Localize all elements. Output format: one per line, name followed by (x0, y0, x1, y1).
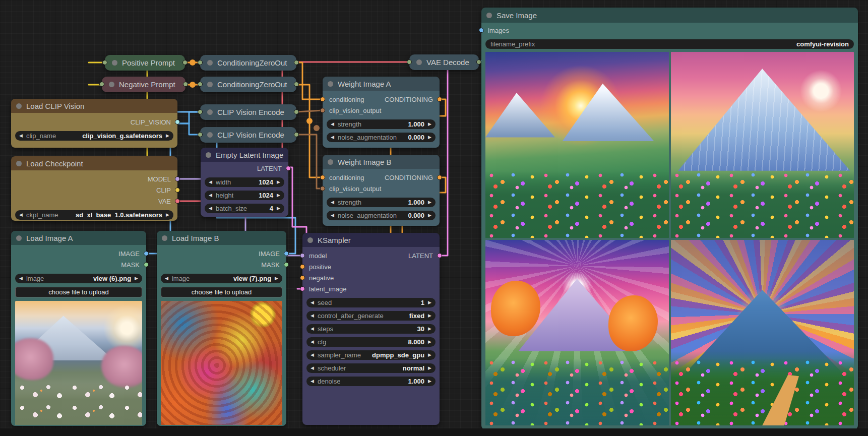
widget-cfg[interactable]: ◀ cfg 8.000 ▶ (306, 337, 436, 347)
node-save-image[interactable]: Save Image images filename_prefix comfyu… (481, 8, 858, 429)
node-title-bar[interactable]: KSampler (302, 233, 440, 247)
collapse-dot-icon[interactable] (112, 60, 117, 66)
output-slot-clip[interactable] (175, 188, 180, 193)
node-load-checkpoint[interactable]: Load Checkpoint MODEL CLIP VAE ◀ ckpt_na… (11, 156, 177, 221)
collapse-dot-icon[interactable] (16, 103, 22, 109)
increment-icon[interactable]: ▶ (428, 340, 431, 344)
widget-noise-augmentation[interactable]: ◀ noise_augmentation 0.000 ▶ (327, 211, 436, 220)
node-clip-vision-encode-2[interactable]: CLIP Vision Encode (200, 127, 296, 143)
output-slot-image[interactable] (284, 251, 289, 256)
output-slot-latent[interactable] (286, 166, 291, 171)
widget-strength[interactable]: ◀ strength 1.000 ▶ (327, 119, 436, 129)
widget-ckpt-name[interactable]: ◀ ckpt_name sd_xl_base_1.0.safetensors ▶ (15, 210, 173, 220)
node-weight-image-b[interactable]: Weight Image B conditioning CONDITIONING… (323, 155, 440, 226)
collapse-dot-icon[interactable] (328, 159, 333, 165)
node-title-bar[interactable]: Save Image (481, 8, 858, 23)
collapsed-input-slot[interactable] (407, 59, 412, 65)
collapsed-output-slot[interactable] (476, 59, 481, 65)
next-option-icon[interactable]: ▶ (428, 314, 431, 318)
input-slot-images[interactable] (479, 28, 484, 33)
decrement-icon[interactable]: ◀ (311, 379, 314, 384)
image-preview[interactable] (161, 301, 282, 425)
output-slot-image[interactable] (144, 251, 149, 256)
increment-icon[interactable]: ▶ (428, 122, 431, 127)
collapsed-output-slot[interactable] (183, 82, 188, 87)
prev-option-icon[interactable]: ◀ (311, 366, 314, 370)
node-title-bar[interactable]: Weight Image A (323, 77, 440, 91)
next-option-icon[interactable]: ▶ (166, 213, 169, 217)
next-option-icon[interactable]: ▶ (428, 366, 431, 370)
node-title-bar[interactable]: Empty Latent Image (201, 148, 288, 162)
output-slot-model[interactable] (175, 176, 180, 181)
prev-option-icon[interactable]: ◀ (19, 134, 23, 138)
decrement-icon[interactable]: ◀ (331, 213, 334, 218)
collapse-dot-icon[interactable] (307, 237, 313, 243)
widget-seed[interactable]: ◀ seed 1 ▶ (306, 298, 436, 307)
node-title-bar[interactable]: Load CLIP Vision (11, 99, 177, 113)
collapsed-input-slot[interactable] (102, 60, 107, 65)
widget-height[interactable]: ◀ height 1024 ▶ (205, 191, 284, 200)
collapse-dot-icon[interactable] (207, 60, 213, 66)
widget-steps[interactable]: ◀ steps 30 ▶ (306, 324, 436, 334)
collapsed-input-slot[interactable] (198, 82, 203, 87)
collapse-dot-icon[interactable] (416, 59, 422, 65)
collapse-dot-icon[interactable] (162, 235, 167, 241)
output-slot-conditioning[interactable] (437, 175, 442, 180)
collapse-dot-icon[interactable] (16, 161, 22, 166)
next-option-icon[interactable]: ▶ (166, 134, 169, 138)
output-image-2[interactable] (671, 52, 854, 238)
collapse-dot-icon[interactable] (16, 235, 22, 241)
wire-clipvision-1[interactable] (177, 112, 201, 123)
collapse-dot-icon[interactable] (109, 82, 114, 87)
collapsed-output-slot[interactable] (294, 82, 299, 87)
output-image-4[interactable] (671, 240, 854, 426)
increment-icon[interactable]: ▶ (428, 200, 431, 205)
increment-icon[interactable]: ▶ (428, 300, 431, 305)
prev-option-icon[interactable]: ◀ (165, 276, 168, 281)
collapsed-output-slot[interactable] (294, 132, 299, 137)
input-slot-negative[interactable] (300, 275, 305, 280)
collapse-dot-icon[interactable] (207, 132, 213, 138)
next-option-icon[interactable]: ▶ (275, 276, 278, 281)
decrement-icon[interactable]: ◀ (331, 135, 334, 140)
output-slot-mask[interactable] (144, 262, 149, 267)
output-image-3[interactable] (485, 240, 669, 426)
choose-file-button[interactable]: choose file to upload (15, 287, 142, 297)
node-title-bar[interactable]: Weight Image B (323, 155, 440, 169)
input-slot-latent-image[interactable] (300, 286, 305, 291)
decrement-icon[interactable]: ◀ (209, 193, 212, 198)
collapsed-input-slot[interactable] (198, 132, 203, 137)
node-title-bar[interactable]: Load Image A (11, 231, 146, 245)
input-slot-clip-vision-output[interactable] (320, 108, 325, 113)
wire-latent-in[interactable] (288, 167, 306, 234)
collapsed-input-slot[interactable] (198, 109, 203, 114)
node-clip-vision-encode-1[interactable]: CLIP Vision Encode (200, 104, 296, 120)
widget-noise-augmentation[interactable]: ◀ noise_augmentation 0.000 ▶ (327, 133, 436, 142)
increment-icon[interactable]: ▶ (428, 213, 431, 218)
increment-icon[interactable]: ▶ (428, 135, 431, 140)
choose-file-button[interactable]: choose file to upload (161, 287, 282, 297)
node-empty-latent-image[interactable]: Empty Latent Image LATENT ◀ width 1024 ▶… (201, 148, 288, 217)
decrement-icon[interactable]: ◀ (209, 206, 212, 211)
input-slot-conditioning[interactable] (320, 175, 325, 180)
node-graph-canvas[interactable]: Positive Prompt Negative Prompt Conditio… (0, 0, 868, 436)
output-slot-mask[interactable] (284, 262, 289, 267)
output-slot-clip-vision[interactable] (175, 119, 180, 124)
increment-icon[interactable]: ▶ (277, 193, 280, 198)
prev-option-icon[interactable]: ◀ (311, 353, 314, 357)
widget-image-file[interactable]: ◀ image view (6).png ▶ (15, 274, 142, 283)
node-load-image-b[interactable]: Load Image B IMAGE MASK ◀ image view (7)… (157, 231, 286, 426)
decrement-icon[interactable]: ◀ (311, 327, 314, 331)
widget-strength[interactable]: ◀ strength 1.000 ▶ (327, 198, 436, 207)
image-preview[interactable] (15, 301, 142, 425)
wire-clipvision-2[interactable] (177, 123, 201, 135)
next-option-icon[interactable]: ▶ (135, 276, 138, 281)
output-slot-conditioning[interactable] (437, 97, 442, 102)
node-conditioning-zero-out-2[interactable]: ConditioningZeroOut (200, 77, 296, 92)
decrement-icon[interactable]: ◀ (311, 300, 314, 305)
increment-icon[interactable]: ▶ (277, 180, 280, 184)
node-vae-decode[interactable]: VAE Decode (409, 54, 479, 70)
collapsed-output-slot[interactable] (294, 60, 299, 65)
collapsed-input-slot[interactable] (99, 82, 104, 87)
output-image-1[interactable] (485, 52, 669, 238)
